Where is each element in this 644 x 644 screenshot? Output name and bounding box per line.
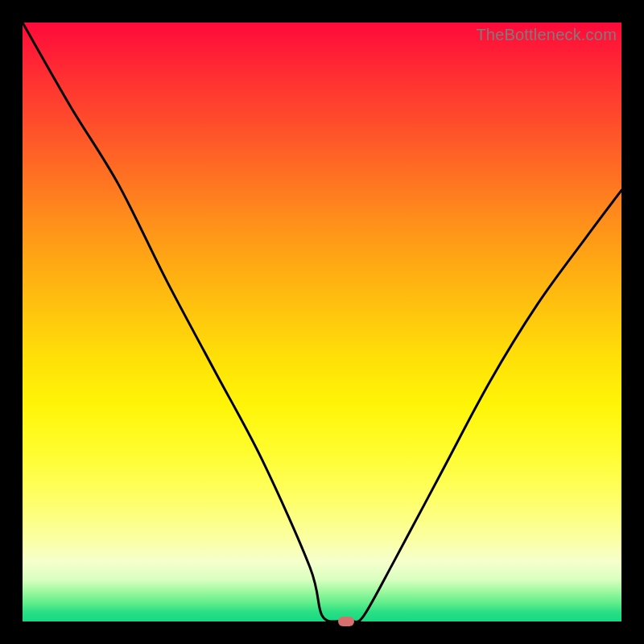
plot-area: TheBottleneck.com (23, 23, 621, 621)
optimum-marker (338, 617, 354, 626)
curve-path (23, 23, 621, 622)
bottleneck-curve (23, 23, 621, 621)
chart-frame: TheBottleneck.com (0, 0, 644, 644)
